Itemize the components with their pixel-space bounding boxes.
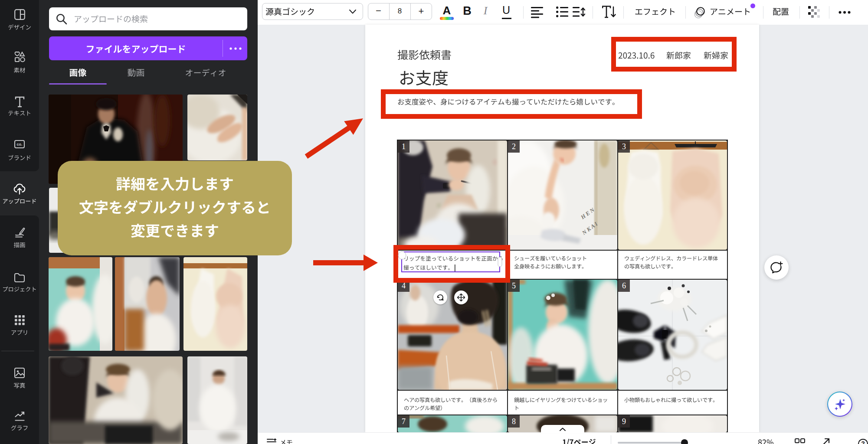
svg-text:co.: co. bbox=[16, 142, 22, 147]
